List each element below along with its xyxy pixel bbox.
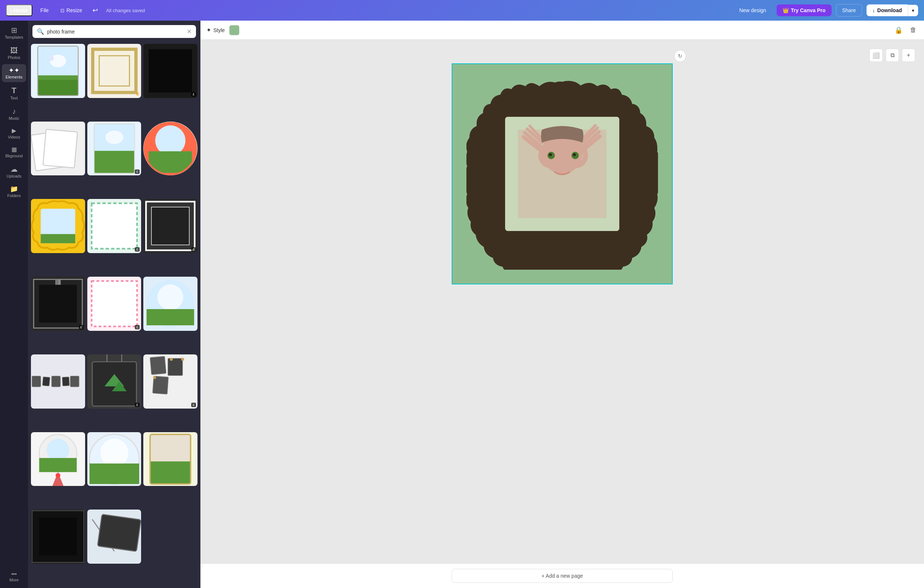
- list-item[interactable]: [143, 432, 198, 486]
- sidebar-item-elements[interactable]: ✦✦ Elements: [2, 64, 26, 82]
- svg-point-5: [49, 56, 54, 61]
- svg-rect-33: [32, 376, 41, 387]
- list-item[interactable]: £: [87, 199, 142, 253]
- search-input[interactable]: [47, 29, 184, 35]
- svg-rect-35: [51, 376, 60, 387]
- svg-point-44: [153, 376, 156, 379]
- canvas-area: ✦ Style 🔒 🗑 ⬜ ⧉ +: [200, 21, 924, 588]
- svg-point-46: [181, 358, 184, 361]
- elements-grid: ♛ £: [28, 41, 200, 588]
- color-swatch[interactable]: [229, 25, 239, 35]
- svg-point-80: [573, 153, 576, 156]
- share-button[interactable]: Share: [836, 4, 862, 17]
- crown-icon: 👑: [782, 7, 789, 13]
- price-badge: £: [191, 403, 196, 407]
- resize-icon: ⊡: [60, 8, 64, 13]
- decorative-frame-svg: [467, 78, 658, 270]
- home-button[interactable]: ‹ Home: [6, 5, 32, 16]
- top-nav: ‹ Home File ⊡ Resize ↩ All changes saved…: [0, 0, 924, 21]
- list-item[interactable]: [31, 199, 85, 253]
- list-item[interactable]: [87, 510, 142, 564]
- canvas-top-actions: ⬜ ⧉ +: [870, 49, 915, 62]
- list-item[interactable]: [31, 354, 85, 409]
- background-icon: ▦: [12, 147, 17, 152]
- list-item[interactable]: £: [143, 199, 198, 253]
- svg-point-79: [549, 153, 552, 156]
- copy-icon: ⧉: [891, 52, 894, 59]
- svg-rect-42: [168, 358, 183, 376]
- add-button[interactable]: +: [902, 49, 915, 62]
- svg-rect-56: [150, 461, 191, 484]
- search-bar: 🔍 ✕: [28, 21, 200, 41]
- save-status: All changes saved: [106, 8, 145, 13]
- price-badge: £: [135, 325, 140, 329]
- list-item[interactable]: [31, 432, 85, 486]
- try-pro-button[interactable]: 👑 Try Canva Pro: [777, 5, 832, 16]
- svg-rect-13: [94, 151, 134, 173]
- download-caret-button[interactable]: ▾: [908, 5, 918, 16]
- svg-rect-41: [150, 356, 166, 375]
- pro-badge: ♛: [135, 91, 140, 96]
- list-item[interactable]: £: [143, 354, 198, 409]
- canvas-scroll[interactable]: ⬜ ⧉ + ↻: [200, 40, 924, 563]
- list-item[interactable]: [31, 122, 85, 176]
- list-item[interactable]: [31, 510, 85, 564]
- price-badge: £: [191, 92, 196, 96]
- svg-rect-28: [39, 285, 77, 323]
- list-item[interactable]: £: [87, 122, 142, 176]
- add-page-button[interactable]: + Add a new page: [452, 569, 673, 583]
- download-button[interactable]: ↓ Download: [866, 5, 908, 16]
- svg-rect-36: [62, 377, 69, 386]
- trash-icon: 🗑: [910, 26, 917, 34]
- svg-rect-54: [89, 464, 139, 484]
- sidebar-item-uploads[interactable]: ☁ Uploads: [2, 162, 26, 181]
- svg-rect-24: [152, 207, 190, 245]
- photos-icon: 🖼: [10, 47, 18, 54]
- delete-button[interactable]: 🗑: [909, 25, 918, 35]
- rotate-handle[interactable]: ↻: [674, 50, 686, 62]
- sidebar-item-music[interactable]: ♪ Music: [2, 105, 26, 124]
- left-sidebar: ⊞ Templates 🖼 Photos ✦✦ Elements T Text …: [0, 21, 28, 588]
- list-item[interactable]: [87, 432, 142, 486]
- file-menu-button[interactable]: File: [37, 5, 53, 15]
- sidebar-item-folders[interactable]: 📁 Folders: [2, 183, 26, 201]
- lock-button[interactable]: 🔒: [893, 25, 904, 36]
- videos-icon: ▶: [12, 128, 16, 134]
- list-item[interactable]: £: [87, 277, 142, 331]
- new-design-button[interactable]: New design: [733, 5, 772, 16]
- svg-rect-49: [39, 458, 77, 472]
- sidebar-item-more[interactable]: ••• More: [2, 568, 26, 585]
- list-item[interactable]: ♛: [87, 44, 142, 98]
- music-icon: ♪: [12, 107, 16, 115]
- canvas-frame[interactable]: [452, 63, 673, 284]
- svg-rect-32: [147, 309, 194, 325]
- download-icon: ↓: [873, 7, 875, 13]
- copy-button[interactable]: ⧉: [886, 49, 899, 62]
- svg-rect-22: [91, 203, 137, 249]
- list-item[interactable]: [31, 44, 85, 98]
- list-item[interactable]: [143, 277, 198, 331]
- resize-button[interactable]: ⊡ Resize: [57, 5, 86, 15]
- sidebar-item-text[interactable]: T Text: [2, 84, 26, 103]
- photo-frame[interactable]: [467, 78, 658, 270]
- svg-point-15: [106, 130, 124, 144]
- sidebar-item-photos[interactable]: 🖼 Photos: [2, 44, 26, 63]
- folders-icon: 📁: [10, 186, 18, 192]
- svg-rect-2: [38, 80, 78, 96]
- list-item[interactable]: £: [31, 277, 85, 331]
- clear-search-button[interactable]: ✕: [187, 28, 191, 35]
- duplicate-frame-button[interactable]: ⬜: [870, 49, 883, 62]
- main-layout: ⊞ Templates 🖼 Photos ✦✦ Elements T Text …: [0, 21, 924, 588]
- chevron-left-icon: ‹: [10, 7, 12, 13]
- undo-button[interactable]: ↩: [90, 4, 100, 17]
- list-item[interactable]: £: [87, 354, 142, 409]
- uploads-icon: ☁: [10, 165, 18, 173]
- list-item[interactable]: [143, 122, 198, 176]
- sidebar-item-videos[interactable]: ▶ Videos: [2, 125, 26, 142]
- svg-rect-59: [39, 518, 77, 556]
- sidebar-item-templates[interactable]: ⊞ Templates: [2, 23, 26, 42]
- list-item[interactable]: £: [143, 44, 198, 98]
- svg-rect-61: [97, 514, 141, 552]
- sidebar-item-background[interactable]: ▦ Bkground: [2, 144, 26, 161]
- style-magic-icon: ✦: [206, 26, 211, 33]
